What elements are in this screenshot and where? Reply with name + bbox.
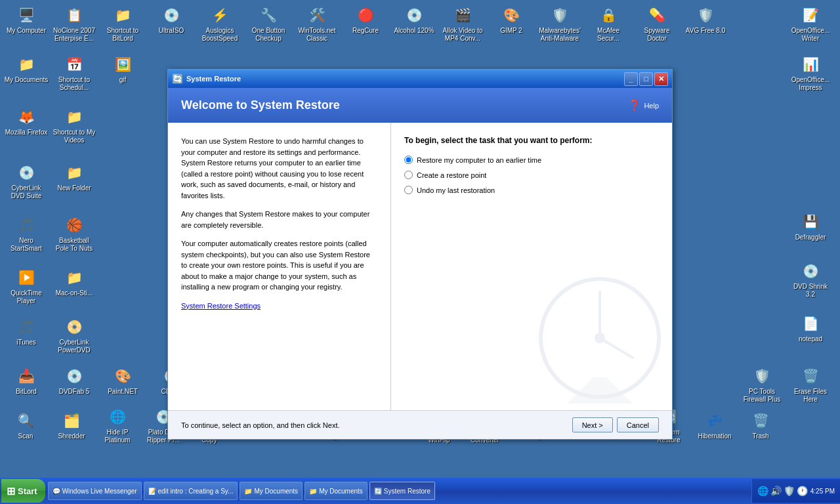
desktop-icon-malwarebytes[interactable]: 🛡️ Malwarebytes' Anti-Malware — [537, 3, 583, 44]
task-system-restore[interactable]: 🔄 System Restore — [369, 482, 435, 500]
desktop-icon-basketball[interactable]: 🏀 Basketball Pole To Nuts — [51, 213, 97, 254]
desktop-icon-bitlord-shortcut[interactable]: 📁 Shortcut to BitLord — [100, 3, 146, 44]
task-label-my-documents-2: My Documents — [319, 488, 363, 495]
desktop-icon-regcure[interactable]: 🔴 RegCure — [343, 3, 388, 36]
bottom-icon-hide-ip[interactable]: 🌐 Hide IP Platinum — [95, 405, 140, 446]
desktop-icon-my-videos[interactable]: 📁 Shortcut to My Videos — [51, 105, 97, 146]
tray-volume-icon: 🔊 — [770, 486, 782, 496]
radio-restore-earlier-input[interactable] — [404, 156, 413, 164]
desktop-icon-itunes[interactable]: 🎵 iTunes — [3, 315, 49, 348]
task-icon-my-documents-2: 📁 — [309, 488, 317, 495]
desktop-icon-oo-writer[interactable]: 📝 OpenOffice... Writer — [788, 3, 833, 44]
description-1: You can use System Restore to undo harmf… — [181, 136, 377, 201]
task-icon-my-documents: 📁 — [244, 488, 252, 495]
desktop-icon-powerdvd[interactable]: 📀 CyberLink PowerDVD — [51, 315, 97, 356]
desktop-icon-my-computer[interactable]: 🖥️ My Computer — [3, 3, 49, 36]
task-my-documents[interactable]: 📁 My Documents — [240, 482, 303, 500]
bottom-icon-scan[interactable]: 🔍 Scan — [3, 409, 48, 442]
settings-link[interactable]: System Restore Settings — [181, 302, 261, 310]
svg-marker-4 — [567, 377, 633, 404]
footer-buttons: Next > Cancel — [572, 417, 659, 432]
task-label-system-restore: System Restore — [384, 488, 430, 495]
task-windows-live[interactable]: 💬 Windows Live Messenger — [48, 482, 142, 500]
bottom-icon-trash[interactable]: 🗑️ Trash — [738, 409, 783, 442]
desktop-icon-ultraiso[interactable]: 💿 UltraISO — [148, 3, 194, 36]
taskbar-tasks: 💬 Windows Live Messenger 📝 edit intro : … — [45, 482, 751, 500]
desktop-icon-noclone[interactable]: 📋 NoClone 2007 Enterpise E... — [51, 3, 97, 44]
tray-icons: 🌐 🔊 🛡️ 🕐 — [757, 486, 808, 496]
radio-group: Restore my computer to an earlier time C… — [404, 156, 659, 194]
task-my-documents-2[interactable]: 📁 My Documents — [304, 482, 368, 500]
radio-undo-restore-input[interactable] — [404, 186, 413, 194]
maximize-button[interactable]: □ — [639, 72, 653, 86]
desktop-icon-alcohol[interactable]: 💿 Alcohol 120% — [391, 3, 437, 36]
desktop-icon-oo-impress[interactable]: 📊 OpenOffice... Impress — [788, 52, 833, 93]
desktop-icon-cyberlink-dvd[interactable]: 💿 CyberLink DVD Suite — [3, 161, 49, 201]
window-titlebar: 🔄 System Restore _ □ ✕ — [168, 70, 672, 88]
radio-restore-earlier[interactable]: Restore my computer to an earlier time — [404, 156, 659, 164]
radio-undo-restore[interactable]: Undo my last restoration — [404, 186, 659, 194]
desktop-icon-schedule[interactable]: 📅 Shortcut to Schedul... — [51, 52, 97, 93]
start-button[interactable]: ⊞ Start — [1, 479, 45, 503]
desktop-icon-paintnet[interactable]: 🎨 Paint.NET — [100, 364, 146, 397]
desktop: 🖥️ My Computer 📋 NoClone 2007 Enterpise … — [0, 0, 840, 478]
window-header-title: Welcome to System Restore — [181, 98, 340, 112]
help-button[interactable]: ❓ Help — [628, 99, 659, 112]
desktop-icon-gimp[interactable]: 🎨 GIMP 2 — [488, 3, 534, 36]
desktop-icon-new-folder[interactable]: 📁 New Folder — [51, 161, 97, 194]
help-icon: ❓ — [628, 99, 641, 112]
task-label-my-documents: My Documents — [254, 488, 298, 495]
window-controls: _ □ ✕ — [624, 72, 668, 86]
desktop-icon-my-documents[interactable]: 📁 My Documents — [3, 52, 49, 85]
task-icon-windows-live: 💬 — [52, 488, 60, 495]
minimize-button[interactable]: _ — [624, 72, 638, 86]
taskbar-tray: 🌐 🔊 🛡️ 🕐 4:25 PM — [751, 479, 840, 503]
desktop-icon-onebutton[interactable]: 🔧 One Button Checkup — [245, 3, 291, 44]
desktop-icon-mac-on-sti[interactable]: 📁 Mac-on-Sti... — [51, 266, 97, 299]
bottom-icon-shredder[interactable]: 🗂️ Shredder — [49, 409, 94, 442]
desktop-icon-wintools[interactable]: 🛠️ WinTools.net Classic — [294, 3, 340, 44]
window-left-panel: You can use System Restore to undo harmf… — [168, 123, 391, 410]
bottom-icon-hibernation[interactable]: 💤 Hibernation — [692, 409, 737, 442]
help-label: Help — [644, 102, 659, 110]
desktop-icon-allok[interactable]: 🎬 Allok Video to MP4 Conv... — [440, 3, 486, 44]
windows-logo-icon: ⊞ — [7, 485, 15, 497]
tray-security-icon: 🛡️ — [784, 486, 795, 496]
svg-point-0 — [541, 279, 659, 397]
task-icon-system-restore: 🔄 — [374, 488, 382, 495]
system-restore-window: 🔄 System Restore _ □ ✕ Welcome to System… — [167, 69, 673, 440]
desktop-icon-gif[interactable]: 🖼️ gif — [100, 52, 146, 85]
desktop-icon-notepad[interactable]: 📄 notepad — [788, 312, 833, 345]
window-header: Welcome to System Restore ❓ Help — [168, 88, 672, 123]
cancel-button[interactable]: Cancel — [617, 417, 659, 432]
task-label-edit-intro: edit intro : Creating a Sy... — [158, 488, 234, 495]
window-body: You can use System Restore to undo harmf… — [168, 123, 672, 410]
window-right-panel: To begin, select the task that you want … — [391, 123, 672, 410]
taskbar: ⊞ Start 💬 Windows Live Messenger 📝 edit … — [0, 478, 840, 504]
task-title: To begin, select the task that you want … — [404, 136, 659, 145]
desktop-icon-dvdfab[interactable]: 💿 DVDFab 5 — [51, 364, 97, 397]
desktop-icon-defraggler[interactable]: 💾 Defraggler — [788, 210, 833, 243]
radio-create-restore[interactable]: Create a restore point — [404, 171, 659, 179]
tray-time: 4:25 PM — [810, 488, 835, 495]
desktop-icon-spyware-doctor[interactable]: 💊 Spyware Doctor — [634, 3, 680, 44]
window-footer: To continue, select an option, and then … — [168, 410, 672, 439]
tray-clock-icon: 🕐 — [797, 486, 808, 496]
desktop-icon-nero[interactable]: 🎵 Nero StartSmart — [3, 213, 49, 254]
radio-create-restore-input[interactable] — [404, 171, 413, 179]
desktop-icon-mcafee[interactable]: 🔒 McAfee Secur... — [585, 3, 631, 44]
close-button[interactable]: ✕ — [654, 72, 668, 86]
desktop-icon-firefox[interactable]: 🦊 Mozilla Firefox — [3, 105, 49, 138]
task-edit-intro[interactable]: 📝 edit intro : Creating a Sy... — [144, 482, 238, 500]
desktop-icon-bitlord2[interactable]: 📥 BitLord — [3, 364, 49, 397]
description-2: Any changes that System Restore makes to… — [181, 209, 377, 230]
description-3: Your computer automatically creates rest… — [181, 238, 377, 293]
desktop-icon-quicktime[interactable]: ▶️ QuickTime Player — [3, 266, 49, 306]
svg-line-2 — [600, 338, 633, 358]
desktop-icon-dvd-shrink[interactable]: 💿 DVD Shrink 3.2 — [788, 259, 833, 300]
desktop-icon-avg[interactable]: 🛡️ AVG Free 8.0 — [682, 3, 728, 36]
desktop-icon-auslogics[interactable]: ⚡ Auslogics BoostSpeed — [197, 3, 243, 44]
footer-text: To continue, select an option, and then … — [181, 421, 340, 429]
window-title-text: System Restore — [186, 75, 624, 83]
next-button[interactable]: Next > — [572, 417, 613, 432]
